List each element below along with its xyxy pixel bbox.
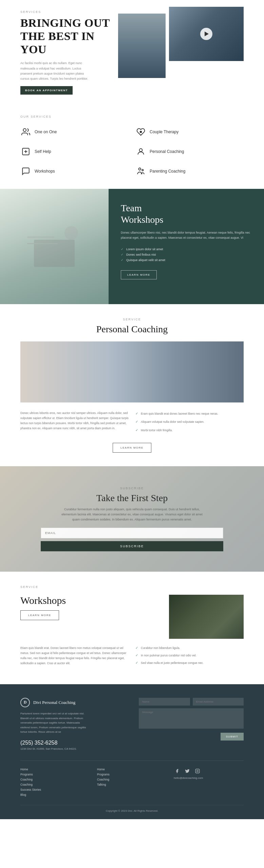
coaching-check-3: ✓ Morbi tortor nibh fringilla. (135, 428, 244, 433)
coaching-check-text-1: Eram quis blandit erat donec laoreet lib… (141, 411, 218, 416)
coaching-check-text-2: Aliquam volutpat nulla dolor sed vulputa… (141, 419, 204, 424)
footer-nav2-talking[interactable]: Talking (97, 783, 167, 786)
service-name-personal-coaching: Personal Coaching (150, 149, 184, 154)
coaching-right-checks: ✓ Eram quis blandit erat donec laoreet l… (135, 411, 244, 436)
workshops-title: TeamWorkshops (121, 202, 252, 225)
workshops2-body: Etiam quis blandit erat. Donec laoreet l… (20, 646, 244, 671)
workshops2-check-1: ✓ Curabitur non bibendum ligula. (135, 646, 244, 650)
subscribe-title: Take the First Step (41, 493, 223, 504)
footer-brand-name: Divi Personal Coaching (33, 700, 75, 705)
footer-logo: D Divi Personal Coaching (20, 698, 125, 707)
workshops2-service-label: SERVICE (20, 585, 244, 589)
footer-nav-col-3: hello@divicoaching.com (174, 768, 244, 798)
workshops2-header: Workshops LEARN MORE (20, 595, 244, 639)
workshops2-photo (169, 595, 244, 639)
check-icon-3: ✓ (135, 428, 138, 432)
footer-nav2-coaching[interactable]: Coaching (97, 778, 167, 781)
hero-side-image (118, 14, 166, 78)
workshops2-image (169, 595, 244, 639)
svg-point-5 (142, 170, 143, 171)
hero-section: SERVICES BRINGING OUT THE BEST IN YOU Ac… (0, 0, 264, 105)
play-icon (205, 32, 209, 36)
workshops2-check-text-1: Curabitur non bibendum ligula. (141, 646, 180, 650)
check-icon-2: ✓ (135, 420, 138, 423)
footer-bottom: Home Programs Coaching Coaching Success … (20, 761, 244, 798)
service-name-parenting-coaching: Parenting Coaching (150, 169, 185, 174)
footer-nav-coaching2[interactable]: Coaching (20, 783, 90, 786)
workshops2-check-text-3: Sed vitae nulla et justo pellentesque co… (141, 660, 204, 665)
footer-name-input[interactable] (139, 698, 190, 706)
coaching-title: Personal Coaching (20, 324, 244, 335)
workshops2-learn-more-button[interactable]: LEARN MORE (20, 610, 59, 620)
footer-email-input[interactable] (193, 698, 244, 706)
footer-nav-home[interactable]: Home (20, 768, 90, 771)
subscribe-label: SUBSCRIBE (41, 487, 223, 490)
coaching-image (20, 341, 244, 402)
footer-address: 1234 Divi St. #1000, San Francisco, CA 9… (20, 747, 125, 750)
service-item-self-help[interactable]: Self Help (20, 144, 129, 159)
workshops2-paragraph: Etiam quis blandit erat. Donec laoreet l… (20, 646, 129, 666)
subscribe-section: SUBSCRIBE Take the First Step Curabitur … (0, 466, 264, 572)
subscribe-button[interactable]: SUBSCRIBE (41, 541, 223, 551)
footer-form: SUBMIT (139, 698, 244, 741)
workshops-content: TeamWorkshops Donec ullamcorper libero n… (109, 189, 264, 304)
workshops2-check-3: ✓ Sed vitae nulla et justo pellentesque … (135, 660, 244, 665)
footer-submit-button[interactable]: SUBMIT (221, 733, 244, 741)
email-input[interactable] (41, 528, 223, 538)
workshops2-section: SERVICE Workshops LEARN MORE Etiam quis … (0, 572, 264, 684)
services-section: OUR SERVICES One on One Couple Therapy (0, 105, 264, 189)
workshops2-title: Workshops (20, 595, 159, 606)
coaching-learn-more-button[interactable]: LEARN MORE (113, 443, 151, 453)
services-grid: One on One Couple Therapy Self Help (20, 124, 244, 179)
workshops-learn-more-button[interactable]: LEARN MORE (121, 270, 157, 279)
workshops-desk-image (0, 189, 109, 304)
service-name-workshops: Workshops (35, 169, 55, 174)
footer-logo-icon: D (20, 698, 30, 707)
service-name-one-on-one: One on One (35, 130, 57, 134)
personal-coaching-section: SERVICE Personal Coaching Donec ultrices… (0, 304, 264, 466)
checklist-item-2: Donec sed finibus nisi (121, 252, 252, 257)
service-item-parenting-coaching[interactable]: Parenting Coaching (135, 164, 244, 179)
coaching-service-label: SERVICE (20, 318, 244, 321)
footer-nav-col-1: Home Programs Coaching Coaching Success … (20, 768, 90, 798)
play-button[interactable] (200, 28, 212, 40)
workshops-image (0, 189, 109, 304)
service-item-workshops[interactable]: Workshops (20, 164, 129, 179)
footer-nav2-programs[interactable]: Programs (97, 773, 167, 776)
service-item-couple-therapy[interactable]: Couple Therapy (135, 124, 244, 139)
svg-rect-7 (27, 236, 54, 238)
instagram-link[interactable] (194, 768, 201, 774)
workshops2-check-2: ✓ In non pulvinar purus curabitur nisl o… (135, 653, 244, 658)
coaching-paragraph: Donec ultrices lobortis eros, nec auctor… (20, 411, 129, 431)
twitter-link[interactable] (184, 768, 191, 774)
service-name-self-help: Self Help (35, 149, 51, 154)
footer-phone: (255) 352-6258 (20, 740, 125, 746)
hero-main-image (169, 7, 244, 61)
footer-nav-blog[interactable]: Blog (20, 793, 90, 796)
service-item-one-on-one[interactable]: One on One (20, 124, 129, 139)
footer-message-textarea[interactable] (139, 708, 244, 729)
footer-nav-programs[interactable]: Programs (20, 773, 90, 776)
workshops-icon (20, 166, 31, 177)
personal-coaching-icon (135, 146, 146, 157)
facebook-link[interactable] (174, 768, 181, 774)
footer-top: D Divi Personal Coaching Parturient lore… (20, 698, 244, 750)
footer-nav-coaching[interactable]: Coaching (20, 778, 90, 781)
footer-nav-row: Home Programs Coaching Coaching Success … (20, 768, 244, 798)
couple-therapy-icon (135, 126, 146, 137)
footer-nav-success[interactable]: Success Stories (20, 788, 90, 791)
coaching-body: Donec ultrices lobortis eros, nec auctor… (20, 411, 244, 436)
footer-nav2-home[interactable]: Home (97, 768, 167, 771)
hero-images (128, 7, 244, 95)
workshops2-check-icon-1: ✓ (135, 646, 138, 650)
service-item-personal-coaching[interactable]: Personal Coaching (135, 144, 244, 159)
facebook-icon (175, 769, 180, 773)
workshops2-check-text-2: In non pulvinar purus curabitur nisl odi… (141, 653, 196, 658)
workshops2-check-icon-3: ✓ (135, 661, 138, 665)
footer-email: hello@divicoaching.com (174, 776, 244, 780)
footer-right: SUBMIT (139, 698, 244, 750)
workshops-description: Donec ullamcorper libero nisi, nec bland… (121, 230, 252, 241)
footer-form-name-email-row (139, 698, 244, 706)
workshops-checklist: Lorem ipsum dolor sit amet Donec sed fin… (121, 246, 252, 263)
book-appointment-button[interactable]: BOOK AN APPOINTMENT (20, 86, 73, 95)
